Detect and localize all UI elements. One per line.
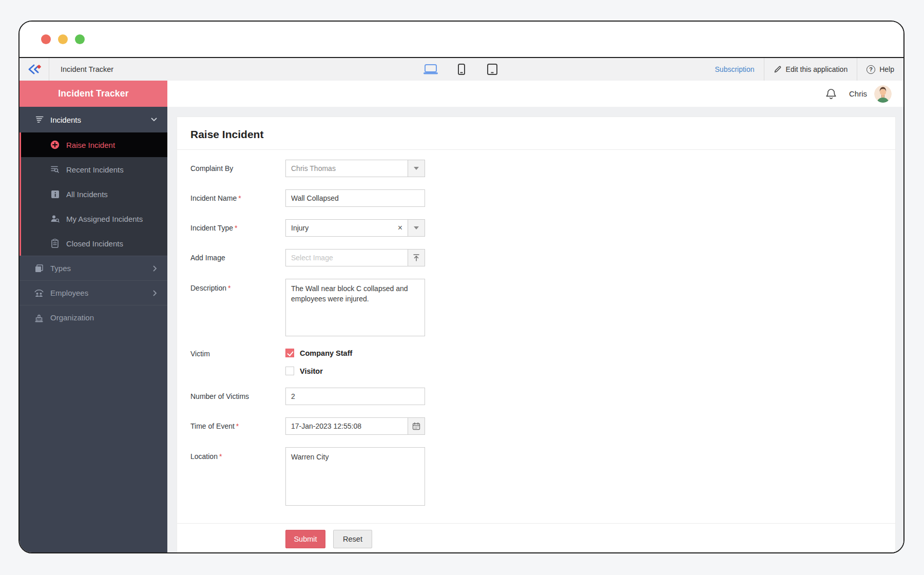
pencil-icon xyxy=(774,65,782,73)
caret-down-icon xyxy=(414,226,419,229)
chevron-right-icon xyxy=(153,290,157,296)
content-area: Raise Incident Complaint By xyxy=(167,107,903,553)
creator-logo-cell[interactable] xyxy=(20,58,49,81)
description-label: Description xyxy=(190,284,226,292)
tablet-preview-icon[interactable] xyxy=(484,58,501,81)
list-search-icon xyxy=(50,165,60,174)
field-row-incident-type: Incident Type* xyxy=(190,219,895,237)
incident-name-label: Incident Name xyxy=(190,194,237,202)
add-image-label: Add Image xyxy=(190,254,225,262)
required-marker: * xyxy=(236,422,239,430)
chevron-down-icon xyxy=(151,118,157,122)
window-titlebar xyxy=(20,22,903,57)
required-marker: * xyxy=(235,224,237,232)
complaint-by-label: Complaint By xyxy=(190,164,233,172)
field-row-victim: Victim Company Staff Visitor xyxy=(190,349,895,385)
building-icon xyxy=(34,313,44,323)
edit-application-button[interactable]: Edit this application xyxy=(764,58,857,81)
incident-type-label: Incident Type xyxy=(190,224,233,232)
info-square-icon xyxy=(50,189,60,199)
traffic-lights xyxy=(41,34,85,44)
notifications-bell-icon[interactable] xyxy=(825,88,837,100)
creator-logo-icon xyxy=(28,63,41,75)
sidebar-item-organization[interactable]: Organization xyxy=(20,305,167,330)
description-textarea[interactable]: The Wall near block C collapsed and empl… xyxy=(285,279,425,336)
clipboard-icon xyxy=(50,239,60,248)
sidebar-item-employees[interactable]: Employees xyxy=(20,280,167,305)
help-button[interactable]: Help xyxy=(857,58,903,81)
complaint-by-select[interactable] xyxy=(285,160,408,177)
location-textarea[interactable]: Warren City xyxy=(285,447,425,506)
people-icon xyxy=(34,288,44,298)
complaint-by-dropdown-button[interactable] xyxy=(408,160,425,177)
victim-label: Victim xyxy=(190,350,210,358)
device-preview-switcher xyxy=(422,58,501,81)
minimize-window-button[interactable] xyxy=(58,34,68,44)
incident-type-dropdown-button[interactable] xyxy=(408,219,425,237)
sidebar-item-closed-incidents[interactable]: Closed Incidents xyxy=(21,231,167,256)
number-of-victims-input[interactable] xyxy=(285,388,425,405)
number-of-victims-label: Number of Victims xyxy=(190,392,249,400)
field-row-time-of-event: Time of Event* xyxy=(190,417,895,435)
sidebar-app-title: Incident Tracker xyxy=(20,81,167,107)
field-row-incident-name: Incident Name* xyxy=(190,189,895,207)
clear-selection-icon[interactable] xyxy=(398,219,402,237)
checkbox-checked-icon[interactable] xyxy=(285,349,294,357)
laptop-preview-icon[interactable] xyxy=(422,58,439,81)
location-label: Location xyxy=(190,452,218,461)
victim-option-company-staff[interactable]: Company Staff xyxy=(285,349,352,357)
sidebar-item-all-incidents[interactable]: All Incidents xyxy=(21,182,167,206)
plus-circle-icon xyxy=(50,140,60,149)
sidebar-item-incidents[interactable]: Incidents xyxy=(20,107,167,132)
page-title: Raise Incident xyxy=(177,117,895,149)
user-name: Chris xyxy=(849,89,867,98)
reset-button[interactable]: Reset xyxy=(333,530,372,548)
required-marker: * xyxy=(219,452,222,461)
submit-button[interactable]: Submit xyxy=(285,530,325,548)
toolbar-right-actions: Subscription Edit this application Help xyxy=(706,58,903,81)
builder-toolbar: Incident Tracker xyxy=(20,57,903,81)
sidebar-item-types[interactable]: Types xyxy=(20,256,167,280)
phone-preview-icon[interactable] xyxy=(453,58,470,81)
field-row-number-of-victims: Number of Victims xyxy=(190,388,895,405)
upload-icon xyxy=(412,254,420,262)
subscription-link[interactable]: Subscription xyxy=(706,58,764,81)
person-search-icon xyxy=(50,214,60,223)
caret-down-icon xyxy=(414,167,419,170)
field-row-add-image: Add Image xyxy=(190,249,895,266)
form-footer: Submit Reset xyxy=(177,523,895,553)
field-row-complaint-by: Complaint By xyxy=(190,160,895,177)
help-icon xyxy=(867,65,875,74)
incidents-filter-icon xyxy=(34,114,44,125)
form-area: Complaint By I xyxy=(177,150,895,523)
sidebar-item-recent-incidents[interactable]: Recent Incidents xyxy=(21,157,167,182)
maximize-window-button[interactable] xyxy=(75,34,85,44)
time-of-event-label: Time of Event xyxy=(190,422,235,430)
add-image-input[interactable] xyxy=(285,249,408,266)
checkbox-unchecked-icon[interactable] xyxy=(285,367,294,375)
sidebar-empty-space xyxy=(20,330,167,553)
stacked-squares-icon xyxy=(34,263,44,274)
incidents-submenu: Raise Incident Recent Incidents xyxy=(20,132,167,256)
sidebar: Incident Tracker Incidents xyxy=(20,81,167,553)
calendar-icon xyxy=(412,422,420,430)
main-header: Chris xyxy=(167,81,903,107)
field-row-description: Description* The Wall near block C colla… xyxy=(190,279,895,336)
victim-option-visitor[interactable]: Visitor xyxy=(285,367,352,375)
avatar[interactable] xyxy=(874,85,892,103)
main-area: Chris xyxy=(167,81,903,553)
calendar-picker-button[interactable] xyxy=(408,417,425,435)
close-window-button[interactable] xyxy=(41,34,51,44)
incident-name-input[interactable] xyxy=(285,189,425,207)
incident-type-select[interactable] xyxy=(285,219,408,237)
app-window: Incident Tracker xyxy=(18,21,904,553)
field-row-location: Location* Warren City xyxy=(190,447,895,506)
sidebar-item-my-assigned-incidents[interactable]: My Assigned Incidents xyxy=(21,206,167,231)
sidebar-item-raise-incident[interactable]: Raise Incident xyxy=(21,132,167,157)
time-of-event-input[interactable] xyxy=(285,417,408,435)
toolbar-app-title: Incident Tracker xyxy=(49,58,113,81)
raise-incident-form-card: Raise Incident Complaint By xyxy=(177,117,896,553)
upload-image-button[interactable] xyxy=(408,249,425,266)
required-marker: * xyxy=(228,284,230,292)
required-marker: * xyxy=(238,194,241,202)
